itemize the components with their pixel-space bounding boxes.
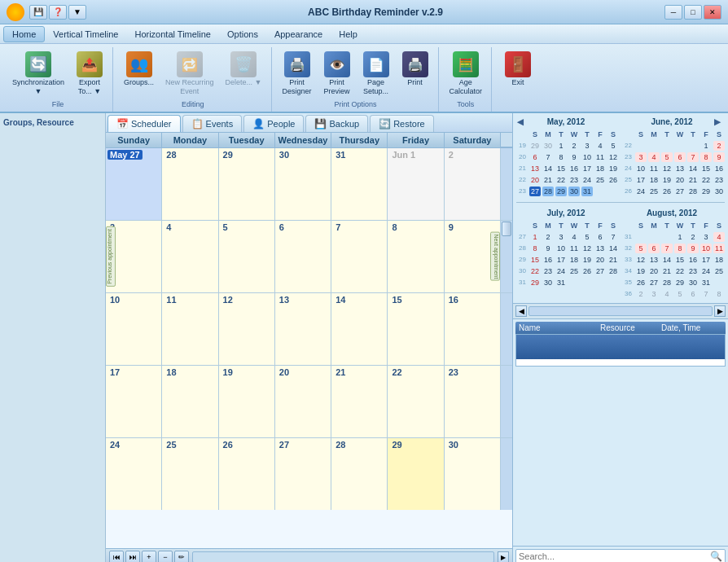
jul-d29[interactable]: 29: [529, 278, 541, 288]
jul-d27[interactable]: 27: [594, 266, 606, 276]
cal-cell-may31[interactable]: 31: [331, 148, 388, 220]
cal-cell-6[interactable]: 6: [275, 221, 331, 292]
menu-vertical-timeline[interactable]: Vertical Timeline: [45, 27, 126, 42]
tab-restore[interactable]: 🔄 Restore: [370, 115, 434, 132]
may-d7[interactable]: 7: [542, 152, 554, 162]
nav-first-button[interactable]: ⏮: [109, 551, 124, 562]
may-d9[interactable]: 9: [568, 152, 580, 162]
export-button[interactable]: 📤 ExportTo... ▼: [72, 49, 107, 99]
may-d10[interactable]: 10: [581, 152, 593, 162]
window-controls[interactable]: ─ □ ✕: [664, 5, 721, 20]
scroll-right-btn[interactable]: ▶: [714, 305, 726, 317]
jun-d13[interactable]: 13: [674, 164, 686, 173]
may-d8[interactable]: 8: [555, 152, 567, 162]
may-d5[interactable]: 5: [607, 141, 619, 151]
jul-d28[interactable]: 28: [607, 266, 619, 276]
jun-d1[interactable]: 1: [700, 141, 712, 151]
may-d13[interactable]: 13: [529, 164, 541, 173]
aug-d1[interactable]: 1: [674, 232, 686, 242]
may-d31-sel[interactable]: 31: [581, 187, 593, 196]
jul-d1[interactable]: 1: [529, 232, 541, 242]
jul-d5[interactable]: 5: [581, 232, 593, 242]
may-d1[interactable]: 1: [555, 141, 567, 151]
may-d28-sel[interactable]: 28: [542, 187, 554, 196]
tab-events[interactable]: 📋 Events: [182, 115, 243, 132]
jun-d14[interactable]: 14: [687, 164, 699, 173]
may-prev-button[interactable]: ◀: [515, 117, 525, 126]
aug-d20[interactable]: 20: [648, 266, 660, 276]
exit-button[interactable]: 🚪 Exit: [500, 49, 536, 90]
jun-d27[interactable]: 27: [674, 187, 686, 196]
may-d27-today[interactable]: 27: [529, 187, 541, 196]
cal-cell-13[interactable]: 13: [275, 293, 331, 365]
jul-d19[interactable]: 19: [581, 255, 593, 265]
jun-d7[interactable]: 7: [687, 152, 699, 162]
menu-help[interactable]: Help: [331, 27, 366, 42]
groups-button[interactable]: 👥 Groups...: [120, 49, 158, 90]
jun-d28[interactable]: 28: [687, 187, 699, 196]
aug-d16[interactable]: 16: [687, 255, 699, 265]
cal-cell-jun2[interactable]: 2: [445, 148, 501, 220]
scroll-right-button[interactable]: ▶: [498, 551, 509, 562]
search-icon[interactable]: 🔍: [710, 551, 722, 562]
cal-cell-9[interactable]: 9 Next appointment: [445, 221, 501, 292]
aug-d7[interactable]: 7: [661, 244, 673, 253]
aug-d17[interactable]: 17: [700, 255, 712, 265]
aug-d11[interactable]: 11: [713, 244, 725, 253]
cal-cell-14[interactable]: 14: [331, 293, 388, 365]
aug-d14[interactable]: 14: [661, 255, 673, 265]
jun-d20[interactable]: 20: [674, 175, 686, 185]
aug-d2[interactable]: 2: [687, 232, 699, 242]
cal-cell-24[interactable]: 24: [106, 438, 162, 510]
cal-cell-22[interactable]: 22: [388, 366, 444, 437]
menu-home[interactable]: Home: [3, 26, 45, 42]
may-d29-sel[interactable]: 29: [555, 187, 567, 196]
aug-d24[interactable]: 24: [700, 266, 712, 276]
cal-cell-25[interactable]: 25: [162, 438, 218, 510]
aug-d27[interactable]: 27: [648, 278, 660, 288]
mini-h-scrollbar[interactable]: [528, 306, 713, 316]
menu-horizontal-timeline[interactable]: Horizontal Timeline: [126, 27, 219, 42]
cal-cell-may28[interactable]: 28: [162, 148, 218, 220]
aug-d8[interactable]: 8: [674, 244, 686, 253]
cal-cell-12[interactable]: 12: [219, 293, 275, 365]
jul-d21[interactable]: 21: [607, 255, 619, 265]
cal-cell-21[interactable]: 21: [331, 366, 388, 437]
jun-d18[interactable]: 18: [648, 175, 660, 185]
jun-d11[interactable]: 11: [648, 164, 660, 173]
print-button[interactable]: 🖨️ Print: [397, 49, 433, 90]
cal-cell-28[interactable]: 28: [331, 438, 388, 510]
jun-d30[interactable]: 30: [713, 187, 725, 196]
tab-scheduler[interactable]: 📅 Scheduler: [107, 115, 181, 132]
jun-d10[interactable]: 10: [635, 164, 647, 173]
aug-d29[interactable]: 29: [674, 278, 686, 288]
cal-cell-18[interactable]: 18: [162, 366, 218, 437]
cal-cell-29[interactable]: 29: [388, 438, 444, 510]
jul-d30[interactable]: 30: [542, 278, 554, 288]
nav-add-button[interactable]: +: [142, 551, 156, 562]
may-d25[interactable]: 25: [594, 175, 606, 185]
aug-d5[interactable]: 5: [635, 244, 647, 253]
minimize-button[interactable]: ─: [664, 5, 682, 20]
age-calculator-button[interactable]: 🧮 AgeCalculator: [445, 49, 487, 99]
appt-selected-row[interactable]: [516, 335, 725, 359]
jun-d8[interactable]: 8: [700, 152, 712, 162]
nav-last-button[interactable]: ⏭: [125, 551, 140, 562]
jun-d17[interactable]: 17: [635, 175, 647, 185]
aug-d15[interactable]: 15: [674, 255, 686, 265]
jul-d3[interactable]: 3: [555, 232, 567, 242]
may-d6[interactable]: 6: [529, 152, 541, 162]
aug-d4[interactable]: 4: [713, 232, 725, 242]
jun-d25[interactable]: 25: [648, 187, 660, 196]
aug-d30[interactable]: 30: [687, 278, 699, 288]
cal-cell-26[interactable]: 26: [219, 438, 275, 510]
cal-cell-15[interactable]: 15: [388, 293, 444, 365]
jun-d23[interactable]: 23: [713, 175, 725, 185]
cal-cell-5[interactable]: 5: [219, 221, 275, 292]
aug-d28[interactable]: 28: [661, 278, 673, 288]
print-preview-button[interactable]: 👁️ PrintPreview: [319, 49, 355, 99]
cal-cell-7[interactable]: 7: [331, 221, 388, 292]
may-d22[interactable]: 22: [555, 175, 567, 185]
may-d18[interactable]: 18: [594, 164, 606, 173]
cal-cell-20[interactable]: 20: [275, 366, 331, 437]
